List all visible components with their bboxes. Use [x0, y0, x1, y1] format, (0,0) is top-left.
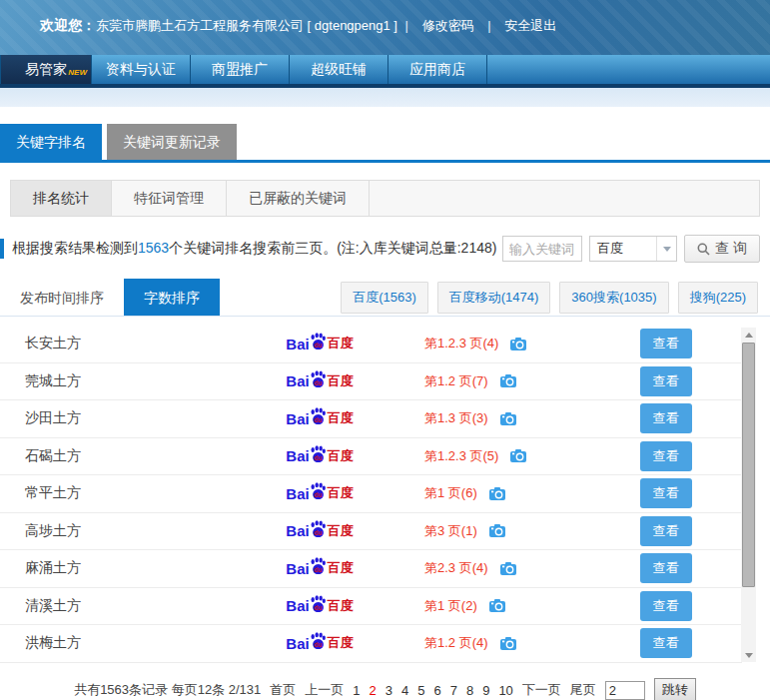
page-number-4[interactable]: 4 [401, 683, 408, 698]
baidu-logo: Bai du 百度 [245, 522, 394, 540]
sort-tab-by-length[interactable]: 字数排序 [124, 279, 220, 316]
camera-icon[interactable] [500, 374, 516, 387]
scroll-down-arrow[interactable] [741, 648, 756, 662]
keyword-cell: 洪梅土方 [0, 634, 245, 652]
baidu-logo-bai: Bai [286, 522, 309, 539]
view-button[interactable]: 查看 [640, 366, 692, 396]
keyword-search-input[interactable] [502, 236, 582, 262]
scroll-up-arrow[interactable] [741, 328, 756, 342]
prev-page-link[interactable]: 上一页 [305, 681, 344, 699]
next-page-link[interactable]: 下一页 [522, 681, 561, 699]
svg-text:du: du [314, 566, 322, 573]
page-number-7[interactable]: 7 [450, 683, 457, 698]
company-name: 东莞市腾鹏土石方工程服务有限公司 [ dgtengpeng1 ] [96, 18, 397, 33]
view-button[interactable]: 查看 [640, 553, 692, 583]
camera-icon[interactable] [489, 524, 505, 537]
baidu-paw-icon: du [310, 557, 327, 575]
view-button[interactable]: 查看 [640, 403, 692, 433]
rank-pages-cell: 第1.2 页(7) [394, 372, 589, 390]
tab-ranking-stats[interactable]: 排名统计 [11, 181, 112, 216]
filter-360[interactable]: 360搜索(1035) [559, 282, 668, 314]
nav-tab-alliance[interactable]: 商盟推广 [191, 55, 290, 84]
first-page-link[interactable]: 首页 [270, 681, 296, 699]
table-row: 高埗土方 Bai du 百度 第3 页(1) 查看 [0, 513, 742, 551]
query-button[interactable]: 查 询 [684, 235, 760, 263]
baidu-paw-icon: du [310, 632, 327, 650]
baidu-logo: Bai du 百度 [245, 484, 394, 502]
main-navbar: 易管家 NEW 资料与认证 商盟推广 超级旺铺 应用商店 [0, 55, 770, 88]
view-button[interactable]: 查看 [640, 441, 692, 471]
search-box: 百度 查 询 [502, 235, 760, 263]
baidu-logo-cn: 百度 [328, 372, 354, 390]
scroll-thumb[interactable] [742, 343, 755, 587]
camera-icon[interactable] [500, 637, 516, 650]
last-page-link[interactable]: 尾页 [570, 681, 596, 699]
camera-icon[interactable] [489, 599, 505, 612]
action-cell: 查看 [589, 441, 742, 471]
nav-tab-appstore[interactable]: 应用商店 [388, 55, 487, 84]
page-number-8[interactable]: 8 [466, 683, 473, 698]
sort-tab-by-time[interactable]: 发布时间排序 [0, 279, 124, 316]
nav-tab-label: 商盟推广 [212, 61, 268, 77]
page-number-10[interactable]: 10 [498, 683, 512, 698]
change-password-link[interactable]: 修改密码 [422, 18, 474, 33]
keyword-cell: 沙田土方 [0, 409, 245, 427]
page-number-1[interactable]: 1 [353, 683, 360, 698]
baidu-logo: Bai du 百度 [245, 559, 394, 577]
separator: | [405, 18, 408, 33]
camera-icon[interactable] [489, 487, 505, 500]
tab-keyword-ranking[interactable]: 关键字排名 [0, 124, 102, 160]
engine-selected-value: 百度 [590, 240, 656, 258]
summary-note: (注:入库关键词总量:2148) [337, 240, 496, 256]
camera-icon[interactable] [500, 412, 516, 425]
page-number-3[interactable]: 3 [385, 683, 392, 698]
filter-baidu[interactable]: 百度(1563) [341, 282, 428, 314]
baidu-logo: Bai du 百度 [245, 372, 394, 390]
view-button[interactable]: 查看 [640, 628, 692, 658]
engine-select[interactable]: 百度 [589, 236, 677, 262]
action-cell: 查看 [589, 478, 742, 508]
camera-icon[interactable] [500, 562, 516, 575]
page-number-6[interactable]: 6 [433, 683, 440, 698]
svg-text:du: du [314, 379, 322, 386]
baidu-logo: Bai du 百度 [245, 335, 394, 352]
tab-blocked-keywords[interactable]: 已屏蔽的关键词 [227, 181, 370, 216]
tab-keyword-update-log[interactable]: 关键词更新记录 [107, 124, 237, 160]
page-tabs: 关键字排名 关键词更新记录 [0, 107, 770, 163]
scrollbar[interactable] [741, 328, 756, 662]
table-row: 沙田土方 Bai du 百度 第1.3 页(3) 查看 [0, 400, 742, 438]
view-button[interactable]: 查看 [640, 329, 692, 358]
tab-feature-words[interactable]: 特征词管理 [112, 181, 227, 216]
baidu-logo-bai: Bai [286, 485, 309, 502]
view-button[interactable]: 查看 [640, 516, 692, 546]
keyword-count: 1563 [138, 240, 169, 256]
filter-baidu-mobile[interactable]: 百度移动(1474) [437, 282, 551, 314]
nav-tab-credentials[interactable]: 资料与认证 [92, 55, 191, 84]
page-number-2-current[interactable]: 2 [370, 683, 377, 698]
baidu-paw-icon: du [310, 595, 327, 613]
svg-text:du: du [314, 416, 322, 423]
baidu-logo-bai: Bai [286, 336, 309, 352]
camera-icon[interactable] [510, 338, 526, 350]
action-cell: 查看 [589, 403, 742, 433]
rank-pages-cell: 第2.3 页(4) [394, 559, 589, 577]
select-arrow-box[interactable] [656, 237, 676, 261]
page-number-9[interactable]: 9 [482, 683, 489, 698]
filter-sogou[interactable]: 搜狗(225) [678, 282, 758, 314]
rank-pages-cell: 第1 页(2) [394, 597, 589, 615]
baidu-paw-icon: du [310, 445, 327, 463]
nav-tab-yiguanjia[interactable]: 易管家 NEW [0, 55, 92, 84]
camera-icon[interactable] [510, 449, 526, 462]
view-button[interactable]: 查看 [640, 478, 692, 508]
page-number-5[interactable]: 5 [417, 683, 424, 698]
summary-text: 根据搜索结果检测到1563个关键词排名搜索前三页。(注:入库关键词总量:2148… [12, 240, 502, 258]
baidu-logo-bai: Bai [286, 635, 309, 652]
nav-tab-shop[interactable]: 超级旺铺 [290, 55, 388, 84]
jump-page-input[interactable] [605, 681, 645, 700]
view-button[interactable]: 查看 [640, 591, 692, 621]
keyword-cell: 莞城土方 [0, 372, 245, 390]
nav-tab-label: 超级旺铺 [311, 61, 367, 77]
logout-link[interactable]: 安全退出 [504, 18, 556, 33]
welcome-label: 欢迎您： [40, 17, 96, 33]
jump-button[interactable]: 跳转 [654, 678, 696, 700]
